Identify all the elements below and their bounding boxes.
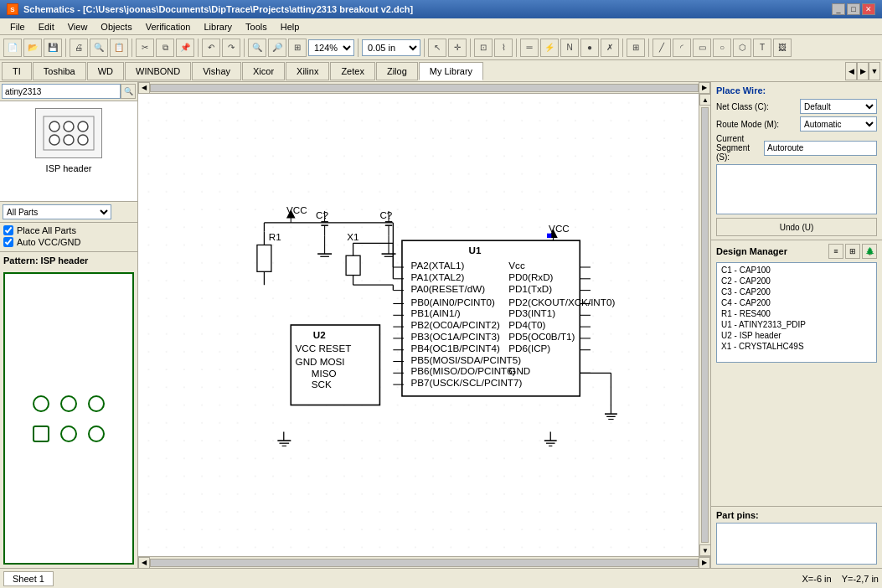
part-filter-select[interactable]: All Parts: [3, 204, 111, 219]
ellipse-btn[interactable]: ○: [713, 39, 731, 57]
auto-vcc-checkbox[interactable]: [3, 237, 13, 247]
net-class-select[interactable]: Default: [800, 99, 877, 114]
menu-library[interactable]: Library: [197, 20, 239, 34]
sheet-tab[interactable]: Sheet 1: [3, 571, 54, 586]
menu-verification[interactable]: Verification: [139, 20, 198, 34]
menu-help[interactable]: Help: [274, 20, 307, 34]
svg-text:PD2(CKOUT/XCK/INT0): PD2(CKOUT/XCK/INT0): [508, 297, 615, 307]
netname-button[interactable]: N: [560, 39, 579, 57]
copy-button[interactable]: ⧉: [156, 39, 174, 57]
menu-view[interactable]: View: [61, 20, 95, 34]
dm-icon-grid[interactable]: ⊞: [845, 244, 860, 259]
minimize-button[interactable]: _: [832, 3, 845, 15]
svg-text:X1: X1: [347, 231, 358, 242]
lib-nav-left[interactable]: ◀: [845, 62, 857, 80]
dm-item-r1[interactable]: R1 - RES400: [719, 308, 874, 319]
noconnect-button[interactable]: ✗: [601, 39, 619, 57]
scroll-left-btn2[interactable]: ◀: [138, 557, 150, 569]
cut-button[interactable]: ✂: [136, 39, 154, 57]
scroll-right-btn[interactable]: ▶: [699, 82, 710, 94]
lib-nav-menu[interactable]: ▼: [869, 62, 880, 80]
lib-tab-vishay[interactable]: Vishay: [192, 62, 241, 80]
grid-select[interactable]: 0.05 in 0.1 in: [362, 39, 420, 56]
bus-button[interactable]: ═: [520, 39, 539, 57]
wire-button[interactable]: ⌇: [494, 39, 513, 57]
zoom-in-button[interactable]: 🔍: [248, 39, 266, 57]
route-mode-select[interactable]: Automatic: [800, 116, 877, 132]
dm-item-c4[interactable]: C4 - CAP200: [719, 297, 874, 308]
maximize-button[interactable]: □: [847, 3, 860, 15]
scroll-up-btn[interactable]: ▲: [699, 94, 710, 106]
zoom-out-button[interactable]: 🔎: [268, 39, 286, 57]
grid-btn2[interactable]: ⊞: [627, 39, 645, 57]
menu-file[interactable]: File: [3, 20, 32, 34]
menu-edit[interactable]: Edit: [32, 20, 61, 34]
dm-icon-list[interactable]: ≡: [828, 244, 843, 259]
undo-button[interactable]: ↶: [202, 39, 220, 57]
part-pins-area: [716, 523, 877, 565]
place-all-checkbox[interactable]: [3, 225, 13, 235]
lib-nav-right[interactable]: ▶: [857, 62, 869, 80]
junction-button[interactable]: ●: [580, 39, 599, 57]
print-preview-button[interactable]: 🔍: [90, 39, 108, 57]
v-scrollbar[interactable]: ▲ ▼: [699, 94, 710, 556]
save-button[interactable]: 💾: [44, 39, 62, 57]
lib-tab-xilinx[interactable]: Xilinx: [286, 62, 329, 80]
place-all-label: Place All Parts: [17, 225, 76, 235]
pointer-button[interactable]: ↖: [428, 39, 446, 57]
part-pins-section: Part pins:: [711, 507, 882, 568]
close-button[interactable]: ✕: [862, 3, 875, 15]
paste-button[interactable]: 📌: [176, 39, 194, 57]
lib-tab-zetex[interactable]: Zetex: [330, 62, 375, 80]
search-input[interactable]: [2, 84, 121, 99]
scroll-left-btn[interactable]: ◀: [138, 82, 150, 94]
dm-icon-tree[interactable]: 🌲: [862, 244, 877, 259]
lib-tabs: TI Toshiba WD WINBOND Vishay Xicor Xilin…: [0, 60, 882, 82]
menu-tools[interactable]: Tools: [239, 20, 274, 34]
cross-button[interactable]: ✛: [448, 39, 467, 57]
redo-button[interactable]: ↷: [222, 39, 240, 57]
dm-item-c2[interactable]: C2 - CAP200: [719, 276, 874, 286]
dm-item-x1[interactable]: X1 - CRYSTALHC49S: [719, 341, 874, 352]
dm-item-c1[interactable]: C1 - CAP100: [719, 265, 874, 276]
lib-tab-xicor[interactable]: Xicor: [242, 62, 285, 80]
component-button[interactable]: ⊡: [474, 39, 493, 57]
image-btn[interactable]: 🖼: [773, 39, 792, 57]
zoom-fit-button[interactable]: ⊞: [288, 39, 307, 57]
arc-btn[interactable]: ◜: [673, 39, 691, 57]
dm-item-u1[interactable]: U1 - ATINY2313_PDIP: [719, 319, 874, 330]
rect-btn[interactable]: ▭: [693, 39, 711, 57]
dm-item-u2[interactable]: U2 - ISP header: [719, 330, 874, 341]
dm-item-c3[interactable]: C3 - CAP200: [719, 286, 874, 297]
power-button[interactable]: ⚡: [540, 39, 559, 57]
zoom-select[interactable]: 124% 100% 150%: [308, 39, 354, 56]
lib-tab-toshiba[interactable]: Toshiba: [33, 62, 86, 80]
net-class-row: Net Class (C): Default: [716, 99, 877, 114]
pdf-button[interactable]: 📋: [110, 39, 128, 57]
text-btn[interactable]: T: [753, 39, 771, 57]
lib-tab-winbond[interactable]: WINBOND: [125, 62, 191, 80]
print-button[interactable]: 🖨: [70, 39, 88, 57]
lib-tab-mylibrary[interactable]: My Library: [419, 62, 483, 80]
schematic-viewport[interactable]: VCC VCC R1 X1 C?: [138, 94, 710, 556]
h-scroll-track2[interactable]: [150, 559, 699, 567]
sep5: [358, 39, 358, 57]
canvas-area[interactable]: ◀ ▶ VCC VCC: [138, 82, 710, 568]
poly-btn[interactable]: ⬡: [733, 39, 751, 57]
current-segment-input[interactable]: [764, 141, 877, 156]
open-button[interactable]: 📂: [23, 39, 42, 57]
dm-list[interactable]: C1 - CAP100 C2 - CAP200 C3 - CAP200 C4 -…: [716, 262, 877, 363]
h-scroll-track[interactable]: [150, 84, 699, 92]
lib-tab-ti[interactable]: TI: [2, 62, 32, 80]
undo-button-rp[interactable]: Undo (U): [716, 218, 877, 236]
line-btn[interactable]: ╱: [652, 39, 671, 57]
svg-text:PB4(OC1B/PCINT4): PB4(OC1B/PCINT4): [411, 343, 500, 353]
scroll-down-btn[interactable]: ▼: [699, 544, 710, 556]
new-button[interactable]: 📄: [3, 39, 22, 57]
scroll-right-btn2[interactable]: ▶: [699, 557, 710, 569]
lib-tab-wd[interactable]: WD: [87, 62, 124, 80]
menu-objects[interactable]: Objects: [94, 20, 138, 34]
v-scroll-thumb[interactable]: [701, 107, 709, 543]
lib-tab-zilog[interactable]: Zilog: [376, 62, 418, 80]
search-icon-button[interactable]: 🔍: [121, 84, 136, 99]
